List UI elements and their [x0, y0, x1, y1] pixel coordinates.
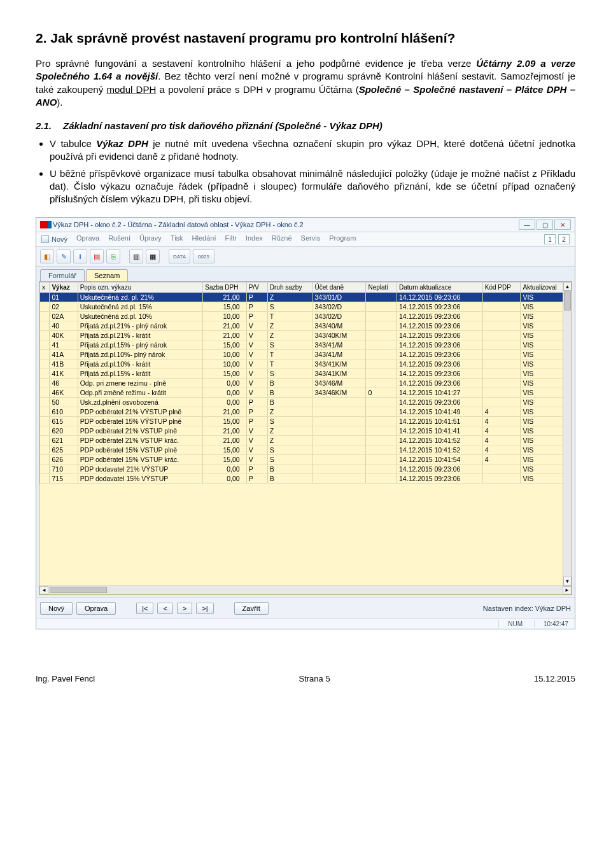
col-header[interactable]: Kód PDP — [482, 283, 521, 293]
cell — [482, 388, 521, 398]
data-table[interactable]: xVýkazPopis ozn. výkazuSazba DPHP/VDruh … — [39, 282, 572, 484]
tool-icon[interactable]: ✎ — [57, 249, 71, 263]
col-header[interactable]: Sazba DPH — [203, 283, 246, 293]
table-row[interactable]: 50Usk.zd.plnění osvobozená0,00PB14.12.20… — [40, 398, 572, 407]
cell: 4 — [482, 445, 521, 455]
cell: 10,00 — [203, 350, 246, 360]
scroll-thumb[interactable] — [50, 587, 107, 593]
table-row[interactable]: 626PDP odběratel 15% VSTUP krác.15,00VS1… — [40, 455, 572, 465]
table-row[interactable]: 40KPřijatá zd.pl.21% - krátit21,00VZ343/… — [40, 331, 572, 340]
code-button[interactable]: 0025 — [193, 249, 214, 263]
menu-ruseni[interactable]: Rušení — [108, 234, 130, 244]
cell — [482, 360, 521, 369]
cell: 343/41K/M — [313, 369, 366, 379]
scroll-left-icon[interactable]: ◄ — [39, 586, 48, 594]
scroll-right-icon[interactable]: ► — [563, 586, 572, 594]
cell: 41A — [50, 350, 78, 360]
cell: 21,00 — [203, 293, 246, 302]
tab-seznam[interactable]: Seznam — [86, 269, 128, 281]
table-row[interactable]: 01Uskutečněná zd. pl. 21%21,00PZ343/01/D… — [40, 293, 572, 302]
cell — [366, 455, 397, 465]
col-header[interactable]: P/V — [246, 283, 267, 293]
cell: 615 — [50, 417, 78, 426]
menu-ruzne[interactable]: Různé — [272, 234, 292, 244]
cell: Přijatá zd.pl.15% - plný nárok — [78, 340, 203, 350]
status-time: 10:42:47 — [534, 620, 568, 627]
menu-oprava[interactable]: Oprava — [76, 234, 99, 244]
minimize-button[interactable]: — — [519, 220, 535, 230]
menu-tisk[interactable]: Tisk — [171, 234, 183, 244]
table-row[interactable]: 615PDP odběratel 15% VÝSTUP plně15,00PS1… — [40, 417, 572, 426]
tool-icon[interactable]: ▦ — [146, 249, 160, 263]
table-row[interactable]: 40Přijatá zd.pl.21% - plný nárok21,00VZ3… — [40, 321, 572, 331]
scroll-down-icon[interactable]: ▼ — [563, 577, 572, 585]
cell — [366, 417, 397, 426]
grid-empty-area — [39, 484, 572, 585]
first-button[interactable]: |< — [136, 603, 153, 614]
table-row[interactable]: 41KPřijatá zd.pl.15% - krátit15,00VS343/… — [40, 369, 572, 379]
table-row[interactable]: 625PDP odběratel 15% VSTUP plně15,00VS14… — [40, 445, 572, 455]
menu-filtr[interactable]: Filtr — [225, 234, 237, 244]
tool-icon[interactable]: ▤ — [90, 249, 104, 263]
col-header[interactable]: Účet daně — [313, 283, 366, 293]
tab-formular[interactable]: Formulář — [40, 269, 85, 281]
table-row[interactable]: 620PDP odběratel 21% VSTUP plně21,00VZ14… — [40, 426, 572, 436]
col-header[interactable]: Druh sazby — [267, 283, 313, 293]
menu-index[interactable]: Index — [246, 234, 263, 244]
prev-button[interactable]: < — [157, 603, 172, 614]
table-row[interactable]: 715PDP dodavatel 15% VÝSTUP0,00PB14.12.2… — [40, 474, 572, 484]
cell — [366, 321, 397, 331]
cell: 14.12.2015 09:23:06 — [397, 340, 483, 350]
cell: V — [246, 340, 267, 350]
data-button[interactable]: DATA — [169, 249, 190, 263]
menu-program[interactable]: Program — [329, 234, 356, 244]
horizontal-scrollbar[interactable]: ◄ ► — [39, 585, 572, 594]
cell — [40, 350, 50, 360]
tool-icon[interactable]: ⎘ — [106, 249, 120, 263]
table-row[interactable]: 46Odp. pri zmene rezimu - plně0,00VB343/… — [40, 379, 572, 388]
cell: 14.12.2015 10:41:52 — [397, 445, 483, 455]
tool-icon[interactable]: ◧ — [40, 249, 54, 263]
cell: Usk.zd.plnění osvobozená — [78, 398, 203, 407]
tool-icon[interactable]: ▥ — [129, 249, 143, 263]
table-row[interactable]: 02Uskutečněná zd.pl. 15%15,00PS343/02/D1… — [40, 302, 572, 312]
page-1-button[interactable]: 1 — [544, 234, 556, 244]
vertical-scrollbar[interactable]: ▲ ▼ — [563, 282, 572, 585]
cell: 40K — [50, 331, 78, 340]
page-2-button[interactable]: 2 — [558, 234, 570, 244]
table-row[interactable]: 41APřijatá zd.pl.10%- plný nárok10,00VT3… — [40, 350, 572, 360]
table-row[interactable]: 41BPřijatá zd.pl.10% - krátit10,00VT343/… — [40, 360, 572, 369]
last-button[interactable]: >| — [196, 603, 213, 614]
zavrit-button[interactable]: Zavřít — [234, 602, 269, 615]
menu-hledani[interactable]: Hledání — [192, 234, 216, 244]
maximize-button[interactable]: ▢ — [537, 220, 553, 230]
close-button[interactable]: ✕ — [554, 220, 571, 230]
text: V tabulce — [50, 138, 96, 149]
menu-upravy[interactable]: Úpravy — [139, 234, 162, 244]
menu-servis[interactable]: Servis — [301, 234, 321, 244]
table-row[interactable]: 41Přijatá zd.pl.15% - plný nárok15,00VS3… — [40, 340, 572, 350]
scroll-up-icon[interactable]: ▲ — [563, 282, 572, 291]
cell — [366, 398, 397, 407]
table-row[interactable]: 46KOdp.při změně režimu - krátit0,00VB34… — [40, 388, 572, 398]
col-header[interactable]: Popis ozn. výkazu — [78, 283, 203, 293]
cell: 4 — [482, 455, 521, 465]
oprava-button[interactable]: Oprava — [76, 602, 116, 615]
novy-button[interactable]: Nový — [40, 602, 73, 615]
col-header[interactable]: x — [40, 283, 50, 293]
col-header[interactable]: Datum aktualizace — [397, 283, 483, 293]
bullet-1: V tabulce Výkaz DPH je nutné mít uvedena… — [50, 137, 575, 164]
table-row[interactable]: 610PDP odběratel 21% VÝSTUP plně21,00PZ1… — [40, 407, 572, 417]
table-row[interactable]: 621PDP odběratel 21% VSTUP krác.21,00VZ1… — [40, 436, 572, 445]
info-icon[interactable]: i — [73, 249, 87, 263]
scroll-thumb[interactable] — [564, 291, 571, 311]
col-header[interactable]: Neplatí — [366, 283, 397, 293]
cell: 41B — [50, 360, 78, 369]
cell: Přijatá zd.pl.21% - krátit — [78, 331, 203, 340]
table-row[interactable]: 710PDP dodavatel 21% VÝSTUP0,00PB14.12.2… — [40, 465, 572, 474]
col-header[interactable]: Výkaz — [50, 283, 78, 293]
cell: 15,00 — [203, 445, 246, 455]
menu-novy[interactable]: Nový — [41, 234, 67, 244]
next-button[interactable]: > — [177, 603, 192, 614]
table-row[interactable]: 02AUskutečněná zd.pl. 10%10,00PT343/02/D… — [40, 312, 572, 321]
